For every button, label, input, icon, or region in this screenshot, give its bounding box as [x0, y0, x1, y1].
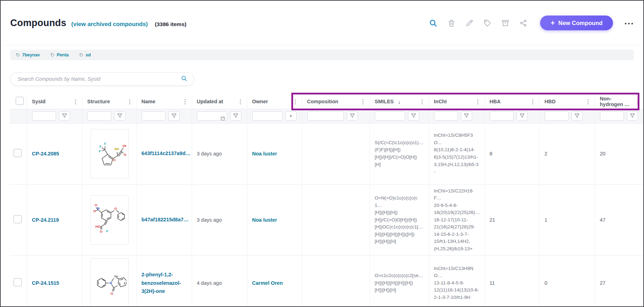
row-checkbox[interactable] [13, 278, 22, 287]
select-all-checkbox[interactable] [16, 97, 24, 105]
filter-input-owner[interactable] [252, 111, 283, 121]
share-button[interactable] [519, 19, 527, 27]
tag-chip-icon [16, 53, 20, 57]
filter-input-hba[interactable] [490, 111, 514, 121]
filter-input-name[interactable] [142, 111, 166, 121]
column-header-sysid[interactable]: SysId ⋮ [27, 94, 82, 109]
filter-input-hbd[interactable] [545, 111, 569, 121]
kebab-menu-icon[interactable]: ⋮ [359, 98, 367, 105]
search-input[interactable] [17, 76, 181, 82]
kebab-menu-icon[interactable]: ⋮ [584, 98, 592, 105]
kebab-menu-icon[interactable]: ⋮ [292, 98, 299, 105]
page-title: Compounds [10, 18, 66, 29]
column-header-name[interactable]: Name ⋮ [136, 94, 192, 109]
search-button[interactable] [429, 19, 438, 27]
kebab-menu-icon[interactable]: ⋮ [474, 98, 482, 105]
kebab-menu-icon[interactable]: ⋮ [529, 98, 537, 105]
filter-input-structure[interactable] [87, 111, 111, 121]
filter-cell-smiles [370, 109, 429, 123]
sysid-link[interactable]: CP-24.1515 [32, 280, 59, 286]
sysid-link[interactable]: CP-24.2085 [32, 151, 59, 156]
filter-input-inchi[interactable] [434, 111, 458, 121]
kebab-menu-icon[interactable]: ⋮ [419, 98, 426, 105]
tag-chip[interactable]: sd [79, 53, 91, 57]
column-header-structure[interactable]: Structure ⋮ [82, 94, 136, 109]
kebab-menu-icon[interactable]: ⋮ [237, 98, 244, 105]
filter-button-composition[interactable] [347, 111, 358, 121]
magnifier-icon[interactable] [181, 75, 187, 83]
svg-text:Se: Se [114, 274, 118, 278]
updated-at-cell: 3 days ago [192, 123, 247, 184]
svg-text:F: F [104, 142, 106, 146]
filter-button-smiles[interactable] [408, 111, 419, 121]
view-archived-link[interactable]: (view archived compounds) [71, 21, 148, 27]
filter-cell-composition [302, 109, 370, 123]
trash-icon [447, 19, 456, 27]
filter-button-inchi[interactable] [461, 111, 472, 121]
filter-button-name[interactable] [168, 111, 180, 121]
compound-name-link[interactable]: 643f1114c2137a9d… [142, 149, 191, 158]
filter-dropdown-owner[interactable]: ▾ [285, 111, 297, 121]
sysid-link[interactable]: CP-24.2119 [32, 217, 59, 223]
funnel-icon [172, 113, 177, 119]
tag-button[interactable] [483, 19, 491, 27]
archive-button[interactable] [501, 19, 509, 27]
kebab-menu-icon[interactable]: ⋮ [126, 98, 134, 105]
new-compound-label: New Compound [558, 20, 603, 26]
composition-cell [302, 256, 370, 307]
column-header-smiles[interactable]: SMILES ↓ ⋮ [370, 94, 429, 109]
filter-cell-updated-at [192, 109, 247, 123]
delete-button[interactable] [447, 19, 456, 27]
structure-image[interactable]: O N O O HO O F [91, 195, 129, 245]
filter-input-smiles[interactable] [375, 111, 405, 121]
owner-link[interactable]: Noa luster [252, 151, 277, 156]
filter-button-structure[interactable] [114, 111, 125, 121]
owner-link[interactable]: Noa luster [252, 217, 277, 223]
filter-input-updated-at[interactable] [197, 111, 227, 121]
funnel-icon [350, 113, 355, 119]
tag-label: 7beynav [22, 53, 40, 57]
filter-input-sysid[interactable] [32, 111, 56, 121]
column-header-updated-at[interactable]: Updated at ⋮ [192, 94, 247, 109]
filter-button-updated-at[interactable] [230, 111, 241, 121]
hbd-cell: 2 [539, 123, 595, 184]
tag-chip-icon [79, 53, 83, 57]
svg-text:O: O [113, 158, 116, 162]
inchi-cell: InChI=1S/C22H16F… 20-9-5-4-8- 18(20)19(2… [429, 184, 484, 256]
more-icon: ... [624, 16, 634, 26]
compound-name-link[interactable]: 2-phenyl-1,2- benzoselenazol- 3(2H)-one [142, 271, 181, 295]
pencil-icon [465, 19, 473, 27]
tag-chip[interactable]: 7beynav [16, 53, 40, 57]
column-header-composition[interactable]: Composition ⋮ [302, 94, 370, 109]
funnel-icon [411, 113, 416, 119]
column-header-owner[interactable]: Owner ⋮ [247, 94, 302, 109]
kebab-menu-icon[interactable]: ⋮ [634, 98, 642, 105]
row-checkbox[interactable] [13, 215, 22, 223]
more-menu-button[interactable]: ... [623, 21, 636, 25]
filter-button-sysid[interactable] [59, 111, 70, 121]
structure-image[interactable]: O F F F OH O SH [91, 129, 129, 178]
filter-button-non-hydrogen[interactable] [627, 111, 638, 121]
funnel-icon [575, 113, 580, 119]
column-header-hba[interactable]: HBA ⋮ [484, 94, 539, 109]
filter-cell-inchi [429, 109, 484, 123]
edit-button[interactable] [465, 19, 473, 27]
column-header-non-hydrogen[interactable]: Non-hydrogen … ⋮ [595, 94, 644, 109]
filter-input-non-hydrogen[interactable] [600, 111, 624, 121]
row-checkbox[interactable] [13, 149, 22, 157]
new-compound-button[interactable]: + New Compound [540, 16, 613, 30]
column-header-hbd[interactable]: HBD ⋮ [539, 94, 595, 109]
owner-link[interactable]: Carmel Oren [252, 280, 283, 286]
kebab-menu-icon[interactable]: ⋮ [181, 98, 189, 105]
structure-image[interactable]: N Se O [91, 258, 129, 307]
column-header-inchi[interactable]: InChI ⋮ [429, 94, 484, 109]
kebab-menu-icon[interactable]: ⋮ [72, 98, 79, 105]
tag-chip[interactable]: Penta [50, 53, 69, 57]
filter-button-hbd[interactable] [571, 111, 583, 121]
table-row: CP-24.2085 O F F F [10, 123, 644, 184]
filter-button-hba[interactable] [516, 111, 528, 121]
compound-name-link[interactable]: b47af182215d8a7… [142, 216, 189, 224]
svg-text:OH: OH [122, 144, 126, 148]
active-tags-bar: 7beynav Penta sd [10, 50, 634, 60]
filter-input-composition[interactable] [307, 111, 344, 121]
